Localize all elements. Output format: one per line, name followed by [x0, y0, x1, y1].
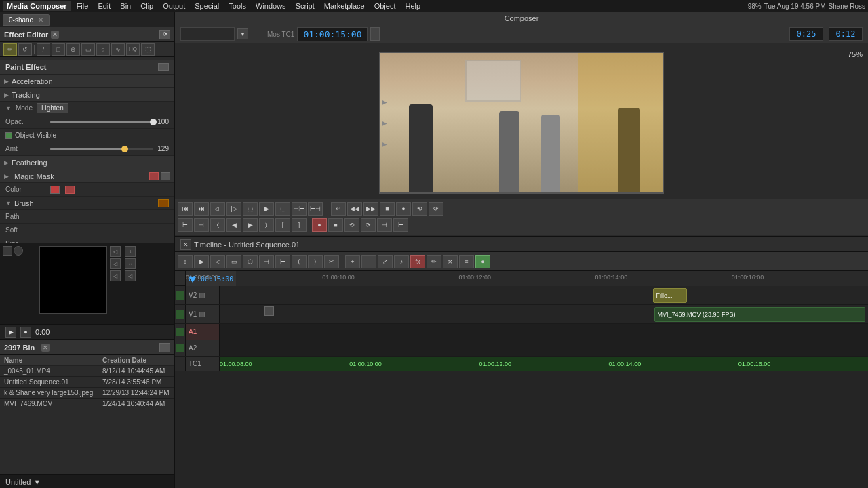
tl-tool-zoom-in[interactable]: +: [345, 255, 360, 268]
tl-tool-mix[interactable]: ⤱: [443, 255, 458, 268]
transport2-7[interactable]: [: [275, 218, 290, 232]
ee-tool-curve[interactable]: ∿: [111, 43, 125, 56]
ee-tool-circle[interactable]: ○: [96, 43, 110, 56]
tc1-content[interactable]: 01:00:08:0001:00:10:0001:00:12:0001:00:1…: [220, 357, 868, 371]
menu-script[interactable]: Script: [292, 1, 319, 11]
brush-tool-move[interactable]: ↕: [125, 246, 136, 257]
transport2-13[interactable]: ⊣: [377, 218, 392, 232]
transport2-8[interactable]: ]: [292, 218, 307, 232]
menu-marketplace[interactable]: Marketplace: [320, 1, 369, 11]
ee-tool-arrow[interactable]: ↺: [18, 43, 32, 56]
transport-split[interactable]: ⊣⊢: [292, 202, 307, 216]
opac-slider-thumb[interactable]: [150, 119, 157, 125]
magic-mask-section[interactable]: ▶ Magic Mask: [0, 169, 174, 183]
v1-ctrl-btn[interactable]: [176, 310, 184, 319]
tl-tool-fx[interactable]: fx: [410, 255, 425, 268]
transport-step-back[interactable]: ◁|: [210, 202, 225, 216]
transport-shuttle[interactable]: ⟳: [429, 202, 443, 216]
tab-shane[interactable]: 0-shane ✕: [3, 14, 50, 26]
mode-dropdown[interactable]: Lighten: [37, 103, 68, 113]
ee-tool-move[interactable]: ⊕: [66, 43, 80, 56]
v1-sync-btn[interactable]: [199, 312, 205, 317]
source-monitor-select[interactable]: [180, 27, 235, 41]
v2-content[interactable]: Fille...: [220, 286, 868, 304]
mvi-clip[interactable]: MVI_7469.MOV (23.98 FPS): [654, 307, 865, 322]
timeline-close-icon[interactable]: ✕: [180, 239, 191, 250]
tc-dropdown[interactable]: [370, 27, 380, 41]
tl-tool-2[interactable]: ▶: [194, 255, 209, 268]
ee-tool-rect[interactable]: ▭: [81, 43, 95, 56]
transport-mark-out[interactable]: ⬚: [275, 202, 290, 216]
tl-tool-green[interactable]: ●: [475, 255, 490, 268]
menu-windows[interactable]: Windows: [252, 1, 290, 11]
transport-stop[interactable]: ■: [380, 202, 395, 216]
amt-slider[interactable]: [50, 148, 153, 150]
transport2-2[interactable]: ⊣: [194, 218, 209, 232]
bin-row[interactable]: _0045_01.MP48/12/14 10:44:45 AM: [0, 366, 174, 377]
object-visible-checkbox[interactable]: [5, 132, 12, 139]
tl-tool-4[interactable]: ▭: [226, 255, 241, 268]
bin-options-button[interactable]: [159, 343, 170, 352]
ee-tool-hq[interactable]: HQ: [126, 43, 140, 56]
amt-slider-thumb[interactable]: [121, 146, 128, 152]
tl-tool-edit[interactable]: ✏: [427, 255, 441, 268]
transport2-12[interactable]: ⟳: [361, 218, 376, 232]
effect-editor-options-button[interactable]: ⟳: [159, 30, 170, 39]
brush-tool-extra[interactable]: ◁: [125, 270, 136, 281]
magic-mask-button2[interactable]: [161, 172, 170, 180]
tl-tool-zoom-out[interactable]: -: [361, 255, 376, 268]
acceleration-section[interactable]: ▶ Acceleration: [0, 75, 174, 88]
bin-row[interactable]: MVI_7469.MOV1/24/14 10:40:44 AM: [0, 399, 174, 409]
tl-tool-audio[interactable]: ♪: [394, 255, 409, 268]
transport2-3[interactable]: ⟬: [210, 218, 225, 232]
tl-tool-6[interactable]: ⊣: [259, 255, 274, 268]
tl-tool-7[interactable]: ⊢: [275, 255, 290, 268]
bottom-dropdown-icon[interactable]: ▼: [33, 478, 41, 486]
a1-ctrl-btn[interactable]: [176, 328, 184, 336]
brush-shape-circle[interactable]: [14, 246, 23, 256]
brush-tool-rotate[interactable]: ↔: [125, 258, 136, 269]
transport2-5[interactable]: ▶: [243, 218, 258, 232]
tl-tool-3[interactable]: ◁: [210, 255, 225, 268]
transport2-1[interactable]: ⊢: [178, 218, 193, 232]
magic-mask-button1[interactable]: [149, 172, 159, 180]
a2-ctrl-btn[interactable]: [176, 344, 184, 352]
menu-tools[interactable]: Tools: [224, 1, 250, 11]
menu-bin[interactable]: Bin: [116, 1, 135, 11]
tl-tool-8[interactable]: ⟨: [292, 255, 307, 268]
menu-special[interactable]: Special: [191, 1, 223, 11]
feathering-section[interactable]: ▶ Feathering: [0, 156, 174, 169]
transport-jog[interactable]: ⟲: [412, 202, 427, 216]
transport-play[interactable]: ▶: [259, 202, 274, 216]
ee-tool-bucket[interactable]: ⬚: [141, 43, 155, 56]
tl-tool-9[interactable]: ⟩: [308, 255, 323, 268]
brush-tool-3[interactable]: ◁: [110, 270, 121, 281]
transport-loop[interactable]: ↩: [331, 202, 346, 216]
transport-splice[interactable]: ⊢⊣: [308, 202, 323, 216]
brush-tool-2[interactable]: ◁: [110, 258, 121, 269]
transport-fast-forward[interactable]: ⏭: [194, 202, 209, 216]
transport-record[interactable]: ●: [396, 202, 411, 216]
tab-close-icon[interactable]: ✕: [38, 16, 43, 24]
opac-slider[interactable]: [50, 121, 153, 123]
transport-play2[interactable]: ▶▶: [363, 202, 378, 216]
v2-sync-btn[interactable]: [199, 293, 205, 298]
effect-editor-close-button[interactable]: ✕: [51, 30, 59, 39]
menu-object[interactable]: Object: [370, 1, 400, 11]
menu-edit[interactable]: Edit: [94, 1, 115, 11]
a1-content[interactable]: [220, 324, 868, 340]
transport2-rec[interactable]: ●: [312, 218, 327, 232]
menu-help[interactable]: Help: [401, 1, 425, 11]
monitor-dropdown-icon[interactable]: ▼: [237, 28, 248, 39]
tl-tool-1[interactable]: ↕: [178, 255, 193, 268]
brush-options[interactable]: [158, 199, 169, 207]
transport-step-forward[interactable]: |▷: [226, 202, 241, 216]
tracking-section[interactable]: ▶ Tracking: [0, 88, 174, 102]
bin-close-button[interactable]: ✕: [41, 344, 50, 352]
menu-output[interactable]: Output: [159, 1, 189, 11]
v1-content[interactable]: MVI_7469.MOV (23.98 FPS): [220, 305, 868, 323]
paint-effect-options[interactable]: [158, 63, 169, 71]
filler-clip[interactable]: Fille...: [653, 288, 687, 303]
transport-fast-back[interactable]: ⏮: [178, 202, 193, 216]
transport2-10[interactable]: ■: [328, 218, 343, 232]
